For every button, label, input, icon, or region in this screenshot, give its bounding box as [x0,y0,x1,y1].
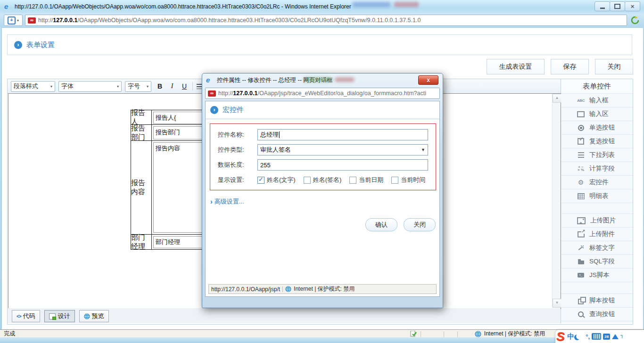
sidebar-item-sql-field[interactable]: SQL字段 [561,255,633,269]
checkbox-icon [578,138,584,145]
data-length-input[interactable]: 255 [257,159,428,171]
sidebar-item-detail-table[interactable]: 明细表 [561,189,633,203]
sidebar-item-macro-control[interactable]: ⚙ 宏控件 [561,176,633,189]
security-zone: Internet | 保护模式: 禁用 [484,330,545,338]
minimize-icon [600,8,605,9]
sidebar-item-js-script[interactable]: ›_ JS脚本 [561,269,633,282]
window-bottom-frame [0,337,644,343]
sidebar-item-radio-button[interactable]: 单选按钮 [561,121,633,135]
checkbox-icon[interactable] [349,177,356,184]
sogou-logo-icon[interactable]: S [556,330,564,343]
minimize-button[interactable] [594,1,610,11]
scroll-up-arrow[interactable]: ▲ [553,94,561,103]
radio-icon [578,125,584,131]
ime-skin-button[interactable] [612,334,619,339]
refresh-button[interactable] [629,15,641,26]
code-icon: <> [17,314,21,319]
ime-softkeyboard-button[interactable] [592,333,601,340]
globe-icon [84,313,90,319]
generate-table-settings-button[interactable]: 生成表设置 [487,59,545,74]
canvas-scrollbar[interactable]: ▲ ▼ [552,94,561,308]
sidebar-item-form-button[interactable]: 表单按钮 [561,321,633,323]
arrow-circle-icon: › [210,106,218,114]
refresh-icon [631,16,639,24]
ie-logo-icon: e [4,3,12,10]
scroll-down-arrow[interactable]: ▼ [553,299,561,308]
control-name-input[interactable]: 总经理 [257,129,428,140]
gear-icon: ⚙ [577,179,585,186]
confirm-button[interactable]: 确认 [365,218,397,231]
checkbox-name-signature[interactable]: 姓名(签名) [304,176,342,184]
checkbox-current-date[interactable]: 当前日期 [349,176,383,184]
sidebar-item-label-text[interactable]: 标签文字 [561,241,633,255]
sidebar-item-calc-field[interactable]: + −× % 计算字段 [561,162,633,176]
url-scheme: http:// [38,17,53,24]
ime-account-button[interactable]: 28 [603,334,610,340]
chevron-down-icon: ▾ [117,84,119,89]
bold-button[interactable]: B [156,82,164,90]
checkbox-checked-icon[interactable] [257,177,264,184]
address-input[interactable]: ∞ http://127.0.0.1/OAapp/WebObjects/OAap… [25,15,627,26]
dialog-statusbar: http://127.0.0.1/OAapp/jsp/t Internet | … [208,284,437,294]
wrench-icon: ⌐ [619,335,626,338]
chevron-down-icon: ▾ [50,84,52,89]
page-header: › 表单设置 [7,34,632,55]
ime-settings-button[interactable]: ⌐ [619,335,626,338]
tab-preview[interactable]: 预览 [79,310,109,322]
address-bar: + ▾ ∞ http://127.0.0.1/OAapp/WebObjects/… [0,13,644,27]
text-caret [279,131,280,138]
checkbox-current-time[interactable]: 当前时间 [391,176,425,184]
ime-language-toggle[interactable]: 中 [567,332,574,341]
site-favicon: ∞ [208,90,216,97]
ime-punctuation-toggle[interactable]: °, [586,333,590,340]
sidebar-item-dropdown-list[interactable]: 下拉列表 [561,148,633,162]
design-icon [49,313,56,319]
chevron-down-icon: ▾ [147,84,149,89]
close-window-button[interactable]: × [625,1,640,11]
italic-button[interactable]: I [168,82,176,90]
checkbox-icon[interactable] [391,177,398,184]
sidebar-item-script-button[interactable]: 脚本按钮 [561,294,633,308]
tab-design[interactable]: 设计 [44,310,75,322]
moon-icon [576,334,582,339]
dialog-close-button[interactable]: x [418,75,438,85]
close-page-button[interactable]: 关闭 [595,59,633,74]
sidebar-item-input-box[interactable]: ABC 输入框 [561,94,633,107]
maximize-button[interactable] [610,1,625,11]
tab-code[interactable]: <> 代码 [12,310,40,322]
sidebar-item-upload-image[interactable]: 上传图片 [561,214,633,228]
keyboard-icon [592,333,601,340]
section-title: 宏控件 [223,106,244,114]
ime-toolbar: S 中 °, 28 ⌐ [555,330,644,343]
font-size-select[interactable]: 字号▾ [125,81,151,92]
sidebar-item-input-area[interactable]: 输入区 [561,107,633,121]
search-icon [578,311,584,317]
maximize-icon [614,4,620,9]
script-screen-icon: ›_ [578,273,584,278]
font-select[interactable]: 字体▾ [58,81,122,92]
chevron-down-icon: ▼ [421,147,425,152]
advanced-settings-link[interactable]: › 高级设置... [210,197,439,206]
site-favicon: ∞ [28,17,36,24]
control-name-label: 控件名称: [218,131,257,139]
ime-fullhalf-toggle[interactable] [576,334,584,339]
dialog-close-action-button[interactable]: 关闭 [404,218,436,231]
checkbox-icon[interactable] [304,177,311,184]
underline-button[interactable]: U [181,82,188,90]
browser-statusbar: 完成 Internet | 保护模式: 禁用 [0,329,644,338]
form-controls-panel: 表单控件 ABC 输入框 输入区 单选按钮 复选按钮 下拉列表 [561,79,633,323]
save-button[interactable]: 保存 [551,59,589,74]
window-titlebar: e http://127.0.0.1/OAapp/WebObjects/OAap… [0,0,644,13]
sidebar-item-query-button[interactable]: 查询按钮 [561,308,633,321]
add-favorite-button[interactable]: + ▾ [4,15,23,26]
data-length-label: 数据长度: [218,161,257,169]
paragraph-style-select[interactable]: 段落样式▾ [11,81,55,92]
sidebar-item-checkbox-button[interactable]: 复选按钮 [561,135,633,148]
redaction-blur [394,2,419,7]
checkbox-name-text[interactable]: 姓名(文字) [257,176,296,184]
control-type-label: 控件类型: [218,146,257,154]
dialog-status-url: http://127.0.0.1/OAapp/jsp/t [211,286,280,293]
control-type-select[interactable]: 审批人签名 ▼ [257,144,428,155]
sidebar-item-upload-attachment[interactable]: 上传附件 [561,228,633,241]
toolbar-separator [192,82,193,90]
